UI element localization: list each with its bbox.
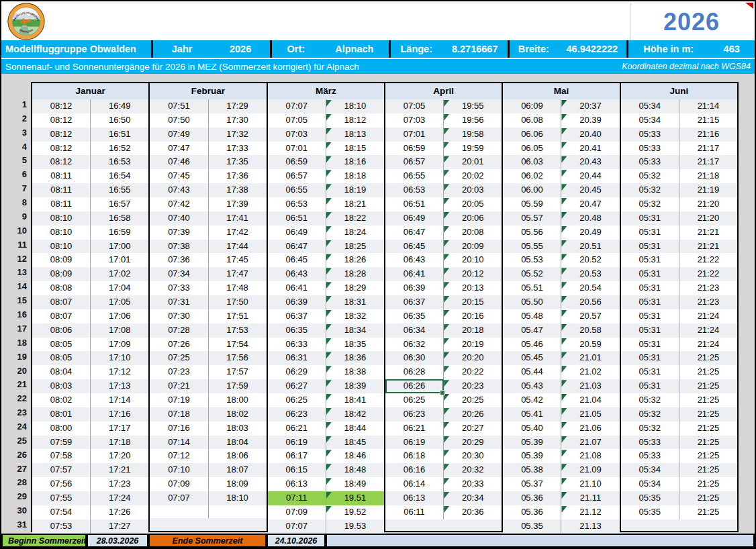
sunset-cell[interactable]: 21:21 xyxy=(679,226,737,240)
sunset-cell[interactable]: 21.03 xyxy=(561,379,619,393)
sunrise-cell[interactable]: 05.35 xyxy=(503,519,561,534)
sunset-cell[interactable]: 21:25 xyxy=(679,491,737,505)
sunrise-cell[interactable]: 07:10 xyxy=(150,463,208,477)
sunrise-cell[interactable]: 07:07 xyxy=(268,99,326,113)
sunrise-cell[interactable]: 05:31 xyxy=(621,253,679,267)
sunrise-cell[interactable]: 05:34 xyxy=(621,99,679,113)
sunrise-cell[interactable]: 07:39 xyxy=(150,226,208,240)
sunrise-cell[interactable]: 05.38 xyxy=(503,463,561,477)
sunrise-cell[interactable]: 05:31 xyxy=(621,211,679,226)
sunset-cell[interactable]: 17:26 xyxy=(91,505,148,519)
sunset-cell[interactable]: 20:33 xyxy=(444,477,502,491)
sunrise-cell[interactable]: 05.47 xyxy=(503,323,561,338)
sunset-cell[interactable]: 20:18 xyxy=(444,323,502,338)
sunrise-cell[interactable]: 07:07 xyxy=(150,491,208,505)
jahr-cell[interactable]: Jahr 2026 xyxy=(153,40,270,58)
sunrise-cell[interactable]: 06:21 xyxy=(385,421,444,436)
club-name-cell[interactable]: Modellfluggruppe Obwalden xyxy=(1,40,151,58)
sunset-cell[interactable]: 21:25 xyxy=(679,463,737,477)
row-number[interactable]: 31 xyxy=(1,518,27,532)
sunset-cell[interactable]: 21:24 xyxy=(679,323,737,338)
row-number[interactable]: 30 xyxy=(1,504,27,518)
sunrise-cell[interactable]: 07:36 xyxy=(150,253,208,267)
sunset-cell[interactable]: 17:35 xyxy=(209,155,267,169)
sunset-cell[interactable]: 20:29 xyxy=(444,436,502,450)
row-number[interactable]: 18 xyxy=(1,336,27,350)
sunrise-cell[interactable]: 05:34 xyxy=(621,113,679,128)
sunrise-cell[interactable]: 05.52 xyxy=(503,267,561,281)
sunrise-cell[interactable]: 05:31 xyxy=(621,365,679,379)
sunrise-cell[interactable]: 08:12 xyxy=(32,99,91,113)
sunrise-cell[interactable]: 06:19 xyxy=(268,436,326,450)
sunrise-cell[interactable]: 05.53 xyxy=(503,253,561,267)
sunrise-cell[interactable]: 07:19 xyxy=(150,393,208,407)
sunset-cell[interactable]: 20:32 xyxy=(444,463,502,477)
sunrise-cell[interactable]: 07:43 xyxy=(150,183,208,197)
sunset-cell[interactable]: 20.51 xyxy=(561,240,619,254)
sunset-cell[interactable]: 17:01 xyxy=(91,253,148,267)
sunset-cell[interactable]: 18:44 xyxy=(326,421,384,436)
sunset-cell[interactable]: 21.09 xyxy=(561,463,619,477)
sunset-cell[interactable]: 18:15 xyxy=(326,142,384,156)
sunset-cell[interactable]: 17:51 xyxy=(209,309,267,323)
sunset-cell[interactable]: 20.56 xyxy=(561,295,619,309)
sunrise-cell[interactable]: 07:31 xyxy=(150,295,208,309)
sunset-cell[interactable]: 20:12 xyxy=(444,267,502,281)
row-number[interactable]: 29 xyxy=(1,490,27,504)
sunrise-cell[interactable]: 05.56 xyxy=(503,226,561,240)
sunrise-cell[interactable]: 05.48 xyxy=(503,309,561,323)
sunset-cell[interactable]: 17:38 xyxy=(209,183,267,197)
sunset-cell[interactable]: 20:08 xyxy=(444,226,502,240)
sunrise-cell[interactable]: 06:34 xyxy=(385,323,444,338)
sunrise-cell[interactable]: 07:46 xyxy=(150,155,208,169)
sunset-cell[interactable]: 17:45 xyxy=(209,253,267,267)
sunrise-cell[interactable]: 08:12 xyxy=(32,128,91,142)
sunset-cell[interactable]: 16:58 xyxy=(91,211,148,226)
sunset-cell[interactable]: 18:46 xyxy=(326,449,384,463)
beginn-sommerzeit-cell[interactable]: Beginn Sommerzeit xyxy=(1,534,87,548)
sunset-cell[interactable]: 21:24 xyxy=(679,338,737,352)
sunrise-cell[interactable] xyxy=(385,519,444,531)
sunrise-cell[interactable]: 08:03 xyxy=(32,379,91,393)
sunrise-cell[interactable]: 06:55 xyxy=(268,183,326,197)
sunrise-cell[interactable]: 07:42 xyxy=(150,197,208,211)
sunrise-cell[interactable]: 06:23 xyxy=(268,407,326,421)
sunrise-cell[interactable]: 05:32 xyxy=(621,169,679,183)
sunrise-cell[interactable]: 06:59 xyxy=(385,142,444,156)
sunset-cell[interactable]: 17:13 xyxy=(91,379,148,393)
sunrise-cell[interactable]: 06:23 xyxy=(385,407,444,421)
sunset-cell[interactable]: 17:32 xyxy=(209,128,267,142)
sunrise-cell[interactable]: 05.44 xyxy=(503,365,561,379)
sunrise-cell[interactable]: 06:49 xyxy=(268,226,326,240)
sunset-cell[interactable]: 17:20 xyxy=(91,449,148,463)
sunset-cell[interactable]: 21:23 xyxy=(679,281,737,295)
sunset-cell[interactable]: 20.44 xyxy=(561,169,619,183)
sunset-cell[interactable]: 16:54 xyxy=(91,169,148,183)
sunset-cell[interactable] xyxy=(209,505,267,518)
sunrise-cell[interactable]: 06.02 xyxy=(503,169,561,183)
sunrise-cell[interactable]: 07:23 xyxy=(150,365,208,379)
sunset-cell[interactable] xyxy=(679,519,737,531)
row-number[interactable]: 12 xyxy=(1,252,27,266)
sunrise-cell[interactable]: 07:09 xyxy=(150,477,208,491)
sunrise-cell[interactable]: 06:49 xyxy=(385,211,444,226)
sunset-cell[interactable]: 21:25 xyxy=(679,393,737,407)
sunset-cell[interactable]: 17:57 xyxy=(209,365,267,379)
sunset-cell[interactable]: 18:21 xyxy=(326,197,384,211)
sunset-cell[interactable]: 21.06 xyxy=(561,421,619,436)
sunrise-cell[interactable]: 06:16 xyxy=(385,463,444,477)
sunset-cell[interactable]: 17:44 xyxy=(209,240,267,254)
sunrise-cell[interactable]: 08:07 xyxy=(32,309,91,323)
sunset-cell[interactable]: 18:39 xyxy=(326,379,384,393)
row-number[interactable]: 8 xyxy=(1,196,27,210)
sunrise-cell[interactable]: 06:27 xyxy=(268,379,326,393)
sunset-cell[interactable]: 18:13 xyxy=(326,128,384,142)
sunset-cell[interactable]: 17:54 xyxy=(209,338,267,352)
sunset-cell[interactable]: 19:59 xyxy=(444,142,502,156)
sunset-cell[interactable]: 20:26 xyxy=(444,407,502,421)
row-number[interactable]: 2 xyxy=(1,112,27,126)
sunset-cell[interactable]: 18:10 xyxy=(209,491,267,505)
sunrise-cell[interactable]: 05.51 xyxy=(503,281,561,295)
sunset-cell[interactable]: 18:07 xyxy=(209,463,267,477)
sunrise-cell[interactable]: 07:14 xyxy=(150,436,208,450)
